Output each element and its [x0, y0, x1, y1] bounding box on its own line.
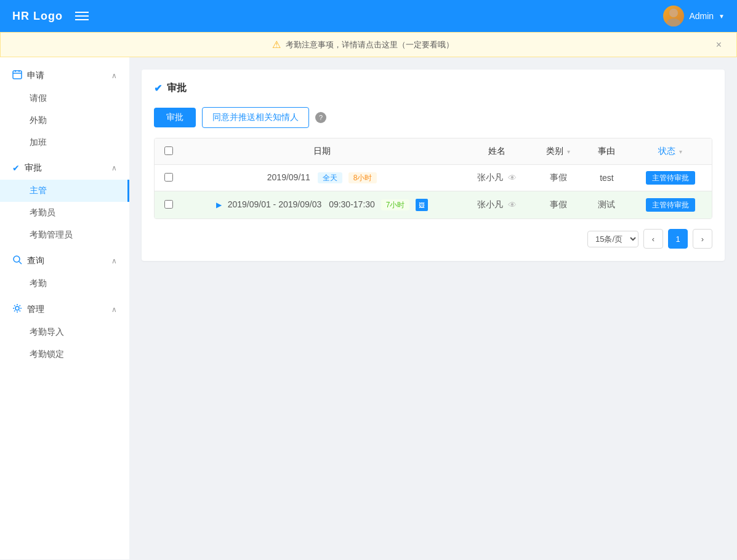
- row2-checkbox[interactable]: [164, 200, 173, 209]
- sidebar-item-lock[interactable]: 考勤锁定: [0, 343, 129, 366]
- row2-date: ▶ 2019/09/01 - 2019/09/03 09:30-17:30 7小…: [183, 191, 461, 219]
- user-dropdown-arrow: ▼: [719, 13, 725, 20]
- sidebar-section-manage-header[interactable]: 管理 ∧: [0, 297, 129, 321]
- notify-button[interactable]: 同意并推送相关知情人: [202, 107, 309, 128]
- row1-category: 事假: [532, 165, 584, 191]
- row2-status: 主管待审批: [629, 191, 712, 219]
- approve-button[interactable]: 审批: [154, 108, 196, 127]
- sidebar-item-manager[interactable]: 主管: [0, 180, 129, 202]
- avatar: [663, 6, 684, 26]
- logo: HR Logo: [12, 10, 63, 23]
- manage-section-label: 管理: [27, 304, 44, 315]
- sidebar-item-import[interactable]: 考勤导入: [0, 321, 129, 343]
- sidebar-section-apply: 申请 ∧ 请假 外勤 加班: [0, 63, 129, 154]
- notice-bar: ⚠ 考勤注意事项，详情请点击这里（一定要看哦） ×: [0, 32, 737, 57]
- query-section-label: 查询: [27, 255, 44, 266]
- row2-name-text: 张小凡: [477, 199, 503, 210]
- row2-expand-arrow[interactable]: ▶: [216, 201, 222, 209]
- apply-items: 请假 外勤 加班: [0, 87, 129, 154]
- search-icon: [12, 255, 22, 266]
- sidebar-section-approve: ✔ 审批 ∧ 主管 考勤员 考勤管理员: [0, 156, 129, 246]
- layout: 申请 ∧ 请假 外勤 加班 ✔ 审批 ∧ 主管 考勤员 考勤管: [0, 57, 737, 559]
- sidebar-section-approve-header[interactable]: ✔ 审批 ∧: [0, 156, 129, 180]
- user-menu[interactable]: Admin ▼: [663, 6, 725, 26]
- title-text: 审批: [167, 82, 187, 95]
- notice-close-button[interactable]: ×: [714, 39, 724, 50]
- page-title: ✔ 审批: [154, 82, 712, 95]
- row1-status-badge: 主管待审批: [646, 171, 695, 185]
- approval-table: 日期 姓名 类别 ▾ 事由 状态 ▾: [154, 138, 712, 219]
- toolbar: 审批 同意并推送相关知情人 ?: [154, 107, 712, 128]
- table-header-name: 姓名: [461, 138, 532, 165]
- svg-line-8: [19, 262, 22, 264]
- row2-checkbox-cell: [155, 191, 183, 219]
- pagination: 15条/页 30条/页 50条/页 ‹ 1 ›: [154, 229, 712, 249]
- help-icon[interactable]: ?: [315, 112, 326, 123]
- sidebar: 申请 ∧ 请假 外勤 加班 ✔ 审批 ∧ 主管 考勤员 考勤管: [0, 57, 129, 559]
- page-next-button[interactable]: ›: [693, 229, 712, 249]
- apply-collapse-arrow: ∧: [111, 71, 117, 80]
- row1-name-cell: 张小凡 👁: [471, 172, 522, 183]
- row2-reason: 测试: [584, 191, 629, 219]
- sidebar-item-attendance-query[interactable]: 考勤: [0, 273, 129, 295]
- row2-image-icon[interactable]: 🖼: [416, 199, 428, 211]
- user-name: Admin: [689, 11, 714, 21]
- svg-point-9: [15, 306, 19, 310]
- query-collapse-arrow: ∧: [111, 257, 117, 265]
- sidebar-item-overtime[interactable]: 加班: [0, 132, 129, 154]
- row1-date-value: 2019/09/11: [267, 172, 310, 182]
- notice-content: ⚠ 考勤注意事项，详情请点击这里（一定要看哦）: [13, 39, 714, 50]
- row2-name: 张小凡 👁: [461, 191, 532, 219]
- calendar-icon: [12, 70, 22, 81]
- row1-hours-tag: 8小时: [348, 172, 377, 183]
- sidebar-section-query-header[interactable]: 查询 ∧: [0, 249, 129, 273]
- table-header-status: 状态 ▾: [629, 138, 712, 165]
- table-header-checkbox: [155, 138, 183, 165]
- row2-eye-icon[interactable]: 👁: [508, 200, 517, 210]
- row2-name-cell: 张小凡 👁: [471, 199, 522, 210]
- select-all-checkbox[interactable]: [164, 146, 173, 155]
- row1-checkbox-cell: [155, 165, 183, 191]
- menu-toggle[interactable]: [75, 12, 89, 20]
- category-sort-icon: ▾: [567, 148, 570, 155]
- sidebar-item-attendance-admin[interactable]: 考勤管理员: [0, 224, 129, 246]
- table-header-category: 类别 ▾: [532, 138, 584, 165]
- sidebar-section-query: 查询 ∧ 考勤: [0, 249, 129, 295]
- apply-section-label: 申请: [27, 70, 44, 81]
- sidebar-item-leave[interactable]: 请假: [0, 87, 129, 110]
- row1-date: 2019/09/11 全天 8小时: [183, 165, 461, 191]
- page-1-button[interactable]: 1: [668, 229, 688, 249]
- table-row: ▶ 2019/09/01 - 2019/09/03 09:30-17:30 7小…: [155, 191, 712, 219]
- page-prev-button[interactable]: ‹: [643, 229, 663, 249]
- row2-date-value: 2019/09/01 - 2019/09/03: [228, 199, 322, 209]
- notice-icon: ⚠: [272, 39, 281, 50]
- row2-time-range: 09:30-17:30: [329, 199, 375, 209]
- sidebar-section-manage: 管理 ∧ 考勤导入 考勤锁定: [0, 297, 129, 366]
- row1-name: 张小凡 👁: [461, 165, 532, 191]
- manage-items: 考勤导入 考勤锁定: [0, 321, 129, 366]
- svg-rect-3: [13, 71, 22, 79]
- row1-allday-tag: 全天: [318, 172, 342, 183]
- row1-name-text: 张小凡: [477, 172, 503, 183]
- main-content: ✔ 审批 审批 同意并推送相关知情人 ? 日期: [129, 57, 737, 559]
- row2-status-badge: 主管待审批: [646, 198, 695, 212]
- notice-text: 考勤注意事项，详情请点击这里（一定要看哦）: [286, 39, 454, 50]
- page-size-select[interactable]: 15条/页 30条/页 50条/页: [587, 231, 638, 247]
- header: HR Logo Admin ▼: [0, 0, 737, 32]
- manage-collapse-arrow: ∧: [111, 305, 117, 314]
- row1-checkbox[interactable]: [164, 173, 173, 182]
- sidebar-item-attendance-clerk[interactable]: 考勤员: [0, 202, 129, 224]
- svg-point-1: [667, 18, 680, 26]
- svg-point-7: [14, 256, 20, 262]
- row1-eye-icon[interactable]: 👁: [508, 173, 517, 183]
- row2-category: 事假: [532, 191, 584, 219]
- approve-collapse-arrow: ∧: [111, 164, 117, 172]
- sidebar-item-outwork[interactable]: 外勤: [0, 110, 129, 132]
- row1-status: 主管待审批: [629, 165, 712, 191]
- table-header-date: 日期: [183, 138, 461, 165]
- svg-point-2: [670, 9, 677, 17]
- sidebar-section-apply-header[interactable]: 申请 ∧: [0, 63, 129, 87]
- approve-items: 主管 考勤员 考勤管理员: [0, 180, 129, 246]
- status-sort-icon: ▾: [679, 148, 682, 155]
- gear-icon: [12, 303, 22, 315]
